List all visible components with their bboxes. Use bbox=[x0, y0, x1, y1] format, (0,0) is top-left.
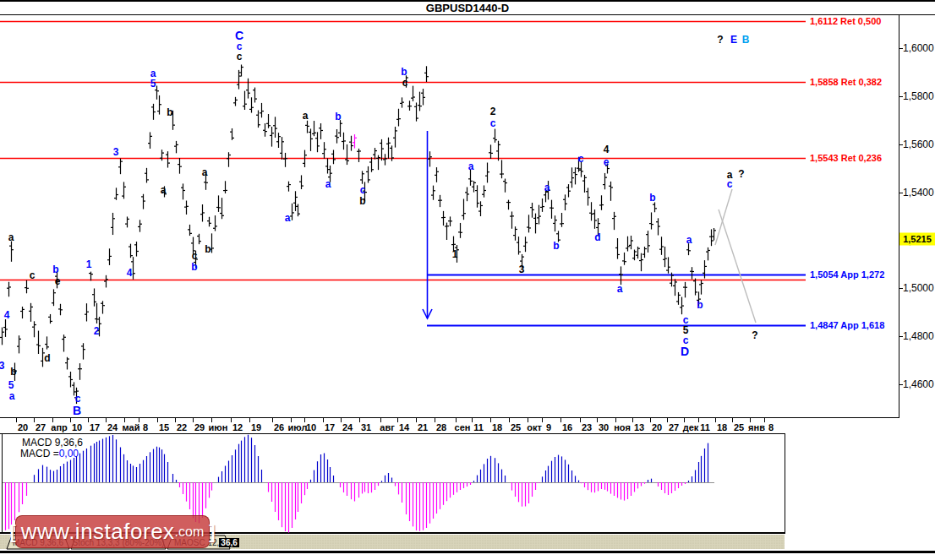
date-axis-label: 16 bbox=[562, 422, 572, 432]
wave-label: b bbox=[649, 193, 655, 203]
date-axis-label: июн bbox=[209, 422, 228, 432]
date-axis-label: 20 bbox=[652, 422, 662, 432]
date-axis-label: 17 bbox=[90, 422, 100, 432]
wave-label: ? bbox=[717, 35, 723, 45]
date-axis-label: дек bbox=[683, 422, 699, 432]
wave-label: c bbox=[192, 251, 198, 261]
date-axis-label: 11 bbox=[473, 422, 484, 432]
wave-label: c bbox=[727, 179, 733, 189]
price-bars bbox=[0, 64, 716, 404]
date-axis-label: 10 bbox=[72, 422, 82, 432]
date-axis-label: 14 bbox=[399, 422, 409, 432]
wave-label: e bbox=[55, 276, 61, 286]
trading-chart-window: GBPUSD1440-D MACD 9,36,6 MACD =0,00 MACD… bbox=[0, 0, 935, 560]
wave-label: c bbox=[360, 185, 366, 195]
wave-label: D bbox=[681, 345, 689, 357]
wave-label: 3 bbox=[0, 361, 4, 371]
date-axis-label: 13 bbox=[634, 422, 644, 432]
date-axis-label: 15 bbox=[159, 422, 169, 432]
wave-label: a bbox=[202, 167, 208, 177]
wave-label: a bbox=[285, 213, 291, 223]
date-axis-label: 25 bbox=[511, 422, 521, 432]
wave-label: E bbox=[730, 35, 737, 45]
wave-label: b bbox=[10, 367, 16, 377]
date-axis-label: 24 bbox=[107, 422, 118, 432]
wave-label: a bbox=[617, 284, 623, 294]
logo-text: www.instaforex bbox=[21, 519, 175, 545]
fib-level-label-0: 1,6112 Ret 0,500 bbox=[810, 16, 881, 26]
current-price-tag: 1,5215 bbox=[899, 233, 935, 246]
date-axis-label: ноя bbox=[614, 422, 631, 432]
date-axis-label: 20 bbox=[18, 422, 28, 432]
fib-level-label-1: 1,5858 Ret 0,382 bbox=[810, 77, 882, 87]
wave-label: a bbox=[468, 161, 474, 171]
wave-label: c bbox=[237, 52, 243, 62]
date-axis-label: 27 bbox=[669, 422, 679, 432]
date-axis-label: янв bbox=[748, 422, 765, 432]
date-axis-label: окт bbox=[527, 422, 542, 432]
wave-label: a bbox=[303, 111, 309, 121]
date-axis-label: 31 bbox=[361, 422, 371, 432]
logo-open-bracket: [ bbox=[9, 521, 15, 543]
date-axis-label: 27 bbox=[36, 422, 46, 432]
date-axis-label: 26 bbox=[274, 422, 284, 432]
price-axis-label: 1,6000 bbox=[903, 42, 934, 54]
date-axis-label: 10 bbox=[306, 422, 316, 432]
date-axis-label: 9 bbox=[546, 422, 551, 432]
window-bottom-border bbox=[0, 551, 935, 553]
chart-canvas[interactable] bbox=[0, 0, 935, 560]
wave-label: b bbox=[52, 264, 58, 275]
date-axis-label: 25 bbox=[734, 422, 744, 432]
price-axis-label: 1,5400 bbox=[903, 187, 934, 198]
wave-label: b bbox=[191, 262, 197, 272]
macd-value-prefix: MACD = bbox=[20, 448, 59, 459]
date-axis-label: 23 bbox=[582, 422, 592, 432]
wave-label: b bbox=[205, 244, 211, 254]
date-axis-label: 8 bbox=[143, 422, 148, 432]
logo-close-bracket: ] bbox=[209, 521, 215, 543]
date-axis-label: май bbox=[123, 422, 140, 432]
date-axis-label: апр bbox=[51, 422, 67, 432]
price-axis-label: 1,5800 bbox=[903, 90, 934, 102]
date-axis-label: 12 bbox=[232, 422, 243, 432]
price-axis-label: 1,5000 bbox=[903, 282, 934, 294]
wave-label: 5 bbox=[8, 380, 14, 390]
date-axis-label: 29 bbox=[194, 422, 205, 432]
wave-label: B bbox=[73, 405, 81, 416]
wave-label: a bbox=[686, 235, 692, 245]
wave-label: b bbox=[697, 300, 703, 310]
wave-label: a bbox=[9, 391, 15, 401]
date-axis-label: 22 bbox=[177, 422, 187, 432]
macd-indicator-label: MACD 9,36,6 bbox=[22, 437, 83, 449]
macd-value: 0,00 bbox=[59, 448, 79, 459]
wave-label: 4 bbox=[127, 268, 133, 278]
price-axis-label: 1,5600 bbox=[903, 139, 934, 150]
wave-label: b bbox=[335, 111, 341, 122]
macd-value-line: MACD =0,00 bbox=[20, 448, 79, 459]
date-axis-label: авг bbox=[380, 422, 394, 432]
wave-label: a bbox=[161, 185, 167, 195]
forecast-line-1 bbox=[719, 209, 756, 323]
wave-label: B bbox=[742, 35, 750, 45]
wave-label: a bbox=[544, 182, 550, 193]
date-axis-label: 21 bbox=[418, 422, 428, 432]
wave-label: c bbox=[490, 118, 496, 128]
wave-label: 1 bbox=[86, 259, 92, 269]
app-level-label-0: 1,5054 App 1,272 bbox=[810, 269, 884, 280]
date-axis-label: 8 bbox=[768, 422, 774, 432]
date-axis-label: 18 bbox=[492, 422, 502, 432]
wave-label: b bbox=[359, 196, 365, 206]
wave-label: 3 bbox=[519, 264, 525, 275]
wave-label: c bbox=[578, 154, 584, 164]
price-axis-label: 1,4800 bbox=[903, 330, 934, 342]
wave-label: c bbox=[30, 270, 36, 280]
wave-label: c bbox=[402, 78, 408, 88]
wave-label: b bbox=[167, 107, 172, 117]
wave-label: 2 bbox=[94, 326, 100, 336]
wave-label: 3 bbox=[113, 147, 119, 157]
date-axis-label: 24 bbox=[342, 422, 353, 432]
fib-level-label-2: 1,5543 Ret 0,236 bbox=[810, 153, 882, 163]
price-axis-label: 1,4600 bbox=[903, 378, 934, 390]
instaforex-watermark: [www.instaforex.com] bbox=[15, 515, 210, 548]
wave-label: b bbox=[553, 241, 559, 251]
